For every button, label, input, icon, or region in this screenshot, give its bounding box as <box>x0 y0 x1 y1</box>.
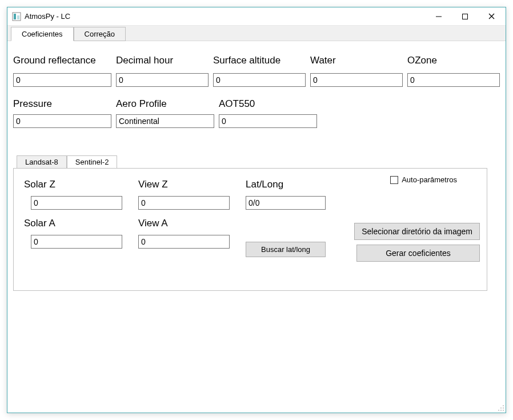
window-title: AtmosPy - LC <box>25 12 70 21</box>
buscar-latlong-button[interactable]: Buscar lat/long <box>246 242 326 257</box>
svg-point-11 <box>500 410 502 411</box>
svg-rect-4 <box>463 14 468 19</box>
svg-point-10 <box>498 410 499 411</box>
label-water: Water <box>310 55 403 66</box>
tab-coeficientes[interactable]: Coeficientes <box>11 27 74 41</box>
input-latlong[interactable] <box>246 196 326 210</box>
svg-point-7 <box>503 405 504 406</box>
label-decimal-hour: Decimal hour <box>116 55 209 66</box>
input-decimal-hour[interactable] <box>116 73 209 87</box>
input-solar-z[interactable] <box>31 196 122 210</box>
satellite-tab-bar: Landsat-8 Sentinel-2 <box>17 155 500 168</box>
gerar-coeficientes-button[interactable]: Gerar coeficientes <box>356 245 480 262</box>
input-aero-profile[interactable] <box>116 114 214 128</box>
checkbox-label: Auto-parâmetros <box>402 175 457 184</box>
select-directory-button[interactable]: Selecionar diretório da imagem <box>354 223 480 240</box>
input-solar-a[interactable] <box>31 235 122 249</box>
input-ground-reflectance[interactable] <box>13 73 111 87</box>
svg-rect-1 <box>14 14 16 19</box>
main-tab-bar: Coeficientes Correção <box>7 26 506 41</box>
satellite-panel: Solar Z Solar A View Z View A Lat/Long <box>13 168 487 291</box>
svg-point-8 <box>500 407 502 409</box>
checkbox-box-icon <box>390 176 398 184</box>
tab-landsat8[interactable]: Landsat-8 <box>17 155 67 169</box>
auto-parametros-checkbox[interactable]: Auto-parâmetros <box>390 175 457 184</box>
label-aot550: AOT550 <box>219 98 317 110</box>
close-button[interactable] <box>478 8 504 25</box>
tab-correcao[interactable]: Correção <box>74 27 126 41</box>
input-pressure[interactable] <box>13 114 111 128</box>
label-aero-profile: Aero Profile <box>116 98 214 110</box>
label-solar-z: Solar Z <box>24 179 122 190</box>
input-aot550[interactable] <box>219 114 317 128</box>
input-view-a[interactable] <box>138 235 230 249</box>
label-view-a: View A <box>138 218 230 229</box>
svg-point-9 <box>503 407 504 409</box>
app-window: AtmosPy - LC Coeficientes Correção Groun… <box>7 7 506 413</box>
input-ozone[interactable] <box>407 73 500 87</box>
label-ground-reflectance: Ground reflectance <box>13 55 111 66</box>
maximize-button[interactable] <box>452 8 478 25</box>
tab-sentinel2[interactable]: Sentinel-2 <box>67 155 118 169</box>
label-solar-a: Solar A <box>24 218 122 229</box>
input-view-z[interactable] <box>138 196 230 210</box>
label-latlong: Lat/Long <box>246 179 326 190</box>
label-view-z: View Z <box>138 179 230 190</box>
input-surface-altitude[interactable] <box>213 73 306 87</box>
content-area: Ground reflectance Decimal hour Surface … <box>7 41 506 413</box>
label-pressure: Pressure <box>13 98 111 110</box>
label-surface-altitude: Surface altitude <box>213 55 306 66</box>
resize-grip-icon[interactable] <box>496 403 504 411</box>
svg-rect-2 <box>17 15 19 19</box>
minimize-button[interactable] <box>426 8 452 25</box>
svg-point-12 <box>503 410 504 411</box>
app-icon <box>12 12 21 21</box>
input-water[interactable] <box>310 73 403 87</box>
label-ozone: OZone <box>407 55 500 66</box>
titlebar: AtmosPy - LC <box>7 7 506 26</box>
